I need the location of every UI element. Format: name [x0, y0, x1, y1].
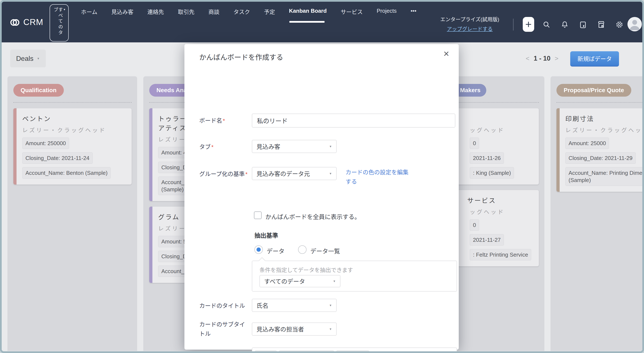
card-tag: Amount: 25000 [565, 137, 609, 149]
card-subtitle-select[interactable]: 見込み客の担当者 ▼ [252, 323, 337, 336]
brand-name: CRM [23, 17, 43, 27]
show-to-everyone-label: かんばんボードを全員に表示する。 [266, 212, 360, 221]
card-title-label: カードのタイトル [199, 301, 245, 311]
nav-item-services[interactable]: サービス [341, 8, 363, 23]
tag-chip-lead-owner[interactable]: × 見込み客の担当者 [279, 351, 334, 353]
callout-notch [258, 257, 266, 264]
main-nav: ホーム 見込み客 連絡先 取引先 商談 タスク 予定 Kanban Board … [81, 8, 416, 23]
edit-card-colors-link[interactable]: カードの色の設定を編集する [346, 168, 411, 186]
all-tabs-selector[interactable]: すべてのタブ ▼ [50, 4, 69, 41]
nav-more-icon[interactable]: ••• [410, 8, 416, 23]
divider [513, 19, 514, 30]
show-to-everyone-checkbox[interactable] [254, 211, 262, 219]
card-title: 印刷寸法 [565, 114, 644, 123]
card-title: サービス [467, 196, 534, 205]
quick-create-button[interactable] [523, 17, 534, 32]
divider [13, 102, 132, 103]
card-subtitle: レズリー・クラッグヘッド [22, 126, 126, 134]
card-tag: Account_Name: Benton (Sample) [22, 167, 111, 179]
nav-item-accounts[interactable]: 取引先 [178, 8, 194, 23]
zoho-logo-icon[interactable] [9, 17, 20, 28]
calendar-icon[interactable] [579, 20, 587, 29]
nav-item-contacts[interactable]: 連絡先 [147, 8, 164, 23]
pagination: < 1 - 10 > [526, 55, 558, 62]
kanban-column-proposal: Proposal/Price Quote 印刷寸法 レズリー・クラッグヘッド A… [550, 76, 644, 351]
close-icon[interactable]: × [444, 49, 449, 58]
card-tag: Amount: 250000 [22, 137, 69, 149]
chevron-down-icon: ▼ [329, 327, 332, 331]
view-selector[interactable]: Deals ▼ [10, 49, 46, 67]
group-by-select[interactable]: 見込み客のデータ元 ▼ [252, 167, 337, 180]
card-subtitle: ッグヘッド [470, 126, 534, 134]
criteria-data-label: データ [267, 247, 284, 255]
kanban-card[interactable]: ベントン レズリー・クラッグヘッド Amount: 250000 Closing… [13, 108, 132, 185]
card-tag: 2021-11-27 [470, 234, 504, 246]
tab-label: タブ* [199, 142, 214, 152]
required-mark: * [223, 118, 225, 124]
nav-item-tasks[interactable]: タスク [234, 8, 250, 23]
crm-window: CRM すべてのタブ ▼ ホーム 見込み客 連絡先 取引先 商談 タスク 予定 … [0, 0, 644, 353]
nav-item-deals[interactable]: 商談 [208, 8, 220, 23]
page-range: 1 - 10 [534, 55, 550, 62]
card-title: ベントン [22, 114, 126, 123]
criteria-list-radio[interactable] [298, 245, 306, 254]
card-title [470, 114, 534, 123]
all-tabs-label: すべてのタブ [53, 7, 62, 41]
bell-icon[interactable] [560, 20, 569, 29]
required-mark: * [245, 171, 248, 177]
plan-info: エンタープライズ(試用版) アップグレードする [438, 15, 502, 32]
card-tag: Closing_Date: 2021-11-24 [22, 152, 93, 164]
card-subtitle: レズリー・クラッグヘッド [565, 126, 644, 134]
chevron-down-icon: ▼ [63, 8, 66, 11]
column-pill: Proposal/Price Quote [556, 84, 631, 97]
next-page-icon[interactable]: > [555, 55, 558, 62]
nav-item-home[interactable]: ホーム [81, 8, 97, 23]
marketplace-icon[interactable] [597, 20, 606, 29]
board-name-input[interactable] [252, 114, 455, 128]
tab-select[interactable]: 見込み客 ▼ [252, 140, 337, 153]
card-tag: 0 [470, 137, 479, 149]
criteria-select[interactable]: すべてのデータ ▼ [260, 275, 340, 287]
card-tag: 2021-11-26 [470, 152, 504, 164]
card-tags-label: カードのタグ [199, 351, 234, 353]
board-name-label: ボード名* [199, 116, 225, 125]
card-tag: Account_Name: Printing Dimensions (Sampl… [565, 167, 644, 186]
prev-page-icon[interactable]: < [526, 55, 530, 62]
chevron-down-icon: ▼ [329, 304, 332, 307]
view-selector-label: Deals [16, 55, 34, 62]
criteria-list-label: データ一覧 [310, 247, 340, 255]
card-tag: : King (Sample) [470, 167, 514, 179]
tag-chip-phone[interactable]: × 電話番号 [336, 351, 369, 353]
criteria-data-radio[interactable] [254, 245, 263, 254]
card-subtitle-label: カードのサブタイトル [199, 320, 250, 339]
top-navigation-bar: CRM すべてのタブ ▼ ホーム 見込み客 連絡先 取引先 商談 タスク 予定 … [2, 2, 642, 42]
criteria-panel: 条件を指定してデータを抽出できます すべてのデータ ▼ [252, 261, 457, 292]
modal-title: かんばんボードを作成する [199, 52, 283, 62]
search-icon[interactable] [542, 20, 551, 29]
nav-item-leads[interactable]: 見込み客 [111, 8, 133, 23]
nav-item-kanban-board[interactable]: Kanban Board [289, 8, 327, 23]
chevron-down-icon: ▼ [329, 172, 332, 175]
add-icon [524, 20, 533, 28]
gear-icon[interactable] [615, 20, 624, 29]
kanban-card[interactable]: 印刷寸法 レズリー・クラッグヘッド Amount: 25000 Closing_… [556, 108, 644, 192]
card-subtitle: ッグヘッド [470, 208, 534, 216]
group-by-label: グループ化の基準* [199, 170, 248, 179]
chevron-down-icon: ▼ [37, 57, 40, 60]
required-mark: * [211, 144, 214, 150]
upgrade-link[interactable]: アップグレードする [447, 25, 493, 32]
column-pill: Qualification [13, 84, 64, 97]
nav-item-projects[interactable]: Projects [377, 8, 396, 23]
card-tag: 0 [470, 219, 479, 231]
criteria-section-label: 抽出基準 [254, 231, 278, 239]
criteria-helper-text: 条件を指定してデータを抽出できます [260, 266, 353, 274]
card-tags-field[interactable]: × 会社 × 見込み客の担当者 × 電話番号 [252, 348, 457, 353]
card-tag: : Feltz Printing Service [470, 249, 531, 260]
tag-chip-company[interactable]: × 会社 [255, 351, 277, 353]
kanban-column-qualification: Qualification ベントン レズリー・クラッグヘッド Amount: … [8, 76, 137, 351]
card-title-select[interactable]: 氏名 ▼ [252, 299, 337, 312]
nav-item-meetings[interactable]: 予定 [264, 8, 275, 23]
card-tag: Closing_Date: 2021-11-29 [565, 152, 636, 164]
new-record-button[interactable]: 新規ばデータ [570, 51, 619, 66]
avatar[interactable] [628, 17, 642, 31]
